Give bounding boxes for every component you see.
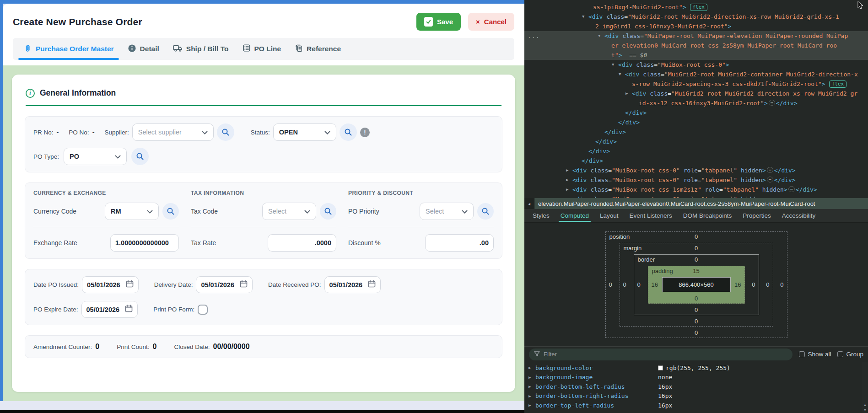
tab-reference[interactable]: Reference bbox=[290, 38, 346, 60]
date-received-po-input[interactable]: 05/01/2026 bbox=[324, 276, 381, 293]
tab-po-line[interactable]: PO Line bbox=[237, 38, 286, 60]
dom-tree-line[interactable]: </div> bbox=[524, 118, 868, 127]
status-search-button[interactable] bbox=[340, 123, 357, 141]
dom-tree-line[interactable]: t"> == $0 bbox=[524, 50, 868, 60]
tax-rate-input[interactable]: .0000 bbox=[268, 234, 336, 252]
print-po-form-checkbox[interactable] bbox=[198, 305, 208, 315]
po-priority-search-button[interactable] bbox=[477, 203, 494, 220]
dom-tree-line[interactable]: ▶<div class="MuiBox-root css-1sm2s1z" ro… bbox=[524, 185, 868, 194]
expand-arrow-icon[interactable]: ▼ bbox=[612, 60, 614, 70]
dom-tree-line[interactable]: </div> bbox=[524, 108, 868, 118]
dom-tree-line[interactable]: s-row MuiGrid2-spacing-xs-3 css-dkd71f-M… bbox=[524, 79, 868, 89]
devtools-tab-event-listeners[interactable]: Event Listeners bbox=[624, 209, 678, 222]
breadcrumb[interactable]: elevation.MuiPaper-rounded.MuiPaper-elev… bbox=[534, 198, 868, 209]
devtools-tab-styles[interactable]: Styles bbox=[527, 209, 555, 222]
dom-tree-line[interactable]: ▶<div class="MuiBox-root css-0" role="ta… bbox=[524, 175, 868, 185]
box-model-border[interactable]: border 0 0 0 0 padding 15 0 16 16 866.40… bbox=[634, 254, 759, 315]
expand-arrow-icon[interactable]: ▶ bbox=[528, 375, 531, 380]
more-actions-icon[interactable]: ... bbox=[528, 31, 539, 41]
expand-arrow-icon[interactable]: ▶ bbox=[528, 394, 531, 398]
flex-badge[interactable]: flex bbox=[829, 80, 847, 88]
collapsed-content-icon[interactable]: ⋯ bbox=[767, 167, 773, 173]
dom-tree-line[interactable]: </div> bbox=[524, 127, 868, 137]
box-model-position[interactable]: position 0 0 0 0 margin 0 0 0 0 border 0… bbox=[605, 231, 787, 338]
calendar-icon[interactable] bbox=[240, 280, 248, 290]
collapsed-content-icon[interactable]: ⋯ bbox=[769, 100, 775, 106]
tab-purchase-order-master[interactable]: Purchase Order Master bbox=[18, 38, 119, 60]
dom-tree-line[interactable]: id-xs-12 css-16fnxy3-MuiGrid2-root">⋯</d… bbox=[524, 98, 868, 108]
dom-tree-line[interactable]: ▶<div class="MuiBox-root css-0" role="ta… bbox=[524, 194, 868, 198]
po-type-search-button[interactable] bbox=[131, 148, 149, 165]
dom-tree-line[interactable]: ▼<div class="MuiBox-root css-0"> bbox=[524, 60, 868, 70]
property-value: 16px bbox=[658, 392, 672, 399]
po-type-select[interactable]: PO bbox=[64, 148, 127, 165]
devtools-tab-computed[interactable]: Computed bbox=[555, 209, 594, 222]
collapsed-content-icon[interactable]: ⋯ bbox=[788, 186, 795, 192]
dom-tree-line[interactable]: ...▼<div class="MuiPaper-root MuiPaper-e… bbox=[524, 31, 868, 41]
status-select[interactable]: OPEN bbox=[273, 123, 336, 141]
breadcrumb-scroll-left-button[interactable]: ◂ bbox=[524, 198, 534, 209]
flex-badge[interactable]: flex bbox=[690, 4, 708, 11]
purchase-order-app: Create New Purchase Order Save × Cancel … bbox=[0, 0, 524, 413]
po-expire-date-input[interactable]: 05/01/2026 bbox=[81, 301, 138, 318]
po-priority-select[interactable]: Select bbox=[420, 203, 474, 220]
delivery-date-input[interactable]: 05/01/2026 bbox=[196, 276, 253, 293]
currency-code-select[interactable]: RM bbox=[105, 203, 159, 220]
date-po-issued-input[interactable]: 05/01/2026 bbox=[82, 276, 139, 293]
expand-arrow-icon[interactable]: ▼ bbox=[582, 12, 584, 21]
collapse-arrow-icon[interactable]: ▶ bbox=[566, 185, 568, 194]
supplier-select[interactable]: Select supplier bbox=[132, 123, 214, 141]
dom-tree-line[interactable]: 2 imgGird1 css-16fnxy3-MuiGrid2-root"> bbox=[524, 21, 868, 31]
dom-tree-line[interactable]: ▼<div class="MuiGrid2-root MuiGrid2-cont… bbox=[524, 70, 868, 79]
calendar-icon[interactable] bbox=[125, 305, 133, 314]
devtools-tab-accessibility[interactable]: Accessibility bbox=[776, 209, 821, 222]
dom-tree-line[interactable]: ▼<div class="MuiGrid2-root MuiGrid2-dire… bbox=[524, 12, 868, 21]
expand-arrow-icon[interactable]: ▶ bbox=[528, 365, 531, 370]
collapsed-content-icon[interactable]: ⋯ bbox=[767, 177, 773, 182]
scrollbar[interactable]: ▲ ▼ bbox=[862, 362, 868, 413]
supplier-search-button[interactable] bbox=[217, 123, 234, 141]
devtools-tab-properties[interactable]: Properties bbox=[737, 209, 776, 222]
chevron-down-icon bbox=[147, 207, 153, 215]
group-checkbox[interactable] bbox=[837, 351, 843, 357]
show-all-checkbox[interactable] bbox=[799, 351, 805, 357]
scroll-down-icon[interactable]: ▼ bbox=[863, 408, 867, 412]
box-model-margin[interactable]: margin 0 0 0 0 border 0 0 0 0 padding 15… bbox=[620, 243, 773, 327]
color-swatch[interactable] bbox=[658, 365, 663, 370]
expand-arrow-icon[interactable]: ▶ bbox=[528, 384, 531, 389]
expand-arrow-icon[interactable]: ▼ bbox=[598, 31, 600, 41]
devtools-tab-layout[interactable]: Layout bbox=[594, 209, 624, 222]
chevron-down-icon bbox=[304, 207, 310, 215]
discount--input[interactable]: .00 bbox=[425, 234, 494, 252]
tax-code-search-button[interactable] bbox=[320, 203, 336, 220]
cancel-button[interactable]: × Cancel bbox=[468, 13, 514, 31]
tax-code-select[interactable]: Select bbox=[262, 203, 316, 220]
warning-icon: ! bbox=[360, 128, 370, 137]
dom-tree-line[interactable]: </div> bbox=[524, 137, 868, 146]
box-model-padding[interactable]: padding 15 0 16 16 866.400×560 bbox=[648, 266, 745, 304]
collapse-arrow-icon[interactable]: ▶ bbox=[625, 89, 628, 98]
exchange-rate-input[interactable]: 1.0000000000000 bbox=[110, 234, 179, 252]
filter-input[interactable]: Filter bbox=[529, 349, 793, 360]
calendar-icon[interactable] bbox=[368, 280, 376, 290]
box-model-content-size[interactable]: 866.400×560 bbox=[662, 277, 731, 292]
collapse-arrow-icon[interactable]: ▶ bbox=[566, 166, 568, 175]
expand-arrow-icon[interactable]: ▶ bbox=[528, 403, 531, 408]
dom-tree-line[interactable]: er-elevation0 MuiCard-root css-2s58ym-Mu… bbox=[524, 41, 868, 50]
dom-tree-line[interactable]: ▶<div class="MuiBox-root css-0" role="ta… bbox=[524, 166, 868, 175]
scroll-up-icon[interactable]: ▲ bbox=[863, 403, 867, 407]
tab-detail[interactable]: Detail bbox=[123, 38, 164, 60]
collapse-arrow-icon[interactable]: ▶ bbox=[566, 175, 568, 185]
dom-tree-line[interactable]: ▶<div class="MuiGrid2-root MuiGrid2-dire… bbox=[524, 89, 868, 98]
page-bottom-background bbox=[0, 401, 524, 410]
dom-tree-line[interactable]: </div> bbox=[524, 146, 868, 156]
dom-tree-line[interactable]: </div> bbox=[524, 156, 868, 166]
calendar-icon[interactable] bbox=[126, 280, 134, 290]
tab-ship-bill-to[interactable]: Ship / Bill To bbox=[168, 38, 234, 60]
currency-code-search-button[interactable] bbox=[162, 203, 179, 220]
save-button[interactable]: Save bbox=[416, 13, 461, 31]
dom-tree-line[interactable]: ss-1pi8xg4-MuiGrid2-root">flex bbox=[524, 2, 868, 12]
devtools-tab-dom-breakpoints[interactable]: DOM Breakpoints bbox=[678, 209, 738, 222]
collapse-arrow-icon[interactable]: ▶ bbox=[566, 194, 568, 198]
expand-arrow-icon[interactable]: ▼ bbox=[619, 70, 621, 79]
